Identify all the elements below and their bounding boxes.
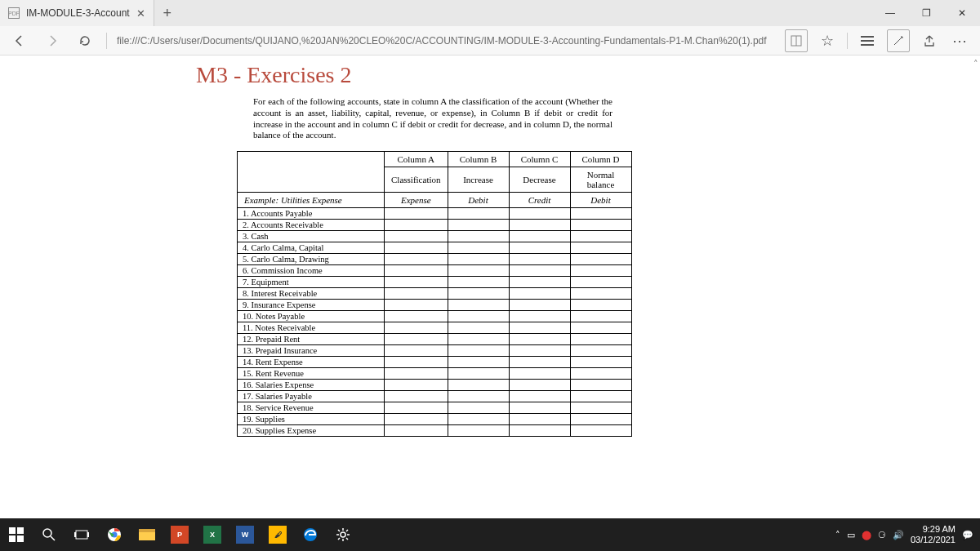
maximize-button[interactable]: ❐ — [908, 0, 944, 26]
blank-cell — [509, 265, 570, 277]
svg-rect-3 — [861, 40, 874, 42]
account-name: 3. Cash — [238, 231, 385, 242]
blank-cell — [570, 357, 631, 368]
blank-cell — [448, 277, 509, 288]
scroll-up-icon[interactable]: ˄ — [973, 59, 978, 69]
table-row: 10. Notes Payable — [238, 311, 632, 322]
reading-view-icon[interactable] — [785, 29, 808, 52]
blank-cell — [385, 380, 448, 391]
tab-title: IM-MODULE-3-Account — [26, 7, 130, 19]
example-label: Example: Utilities Expense — [238, 193, 385, 208]
file-explorer-icon[interactable] — [131, 518, 163, 551]
svg-rect-11 — [76, 531, 87, 539]
new-tab-button[interactable]: + — [154, 5, 180, 22]
blank-cell — [509, 322, 570, 334]
header-blank — [238, 152, 385, 193]
share-icon[interactable] — [918, 29, 941, 52]
blank-cell — [385, 345, 448, 357]
blank-cell — [509, 208, 570, 220]
excel-icon[interactable]: X — [196, 518, 229, 551]
table-row: 12. Prepaid Rent — [238, 334, 632, 345]
paint-icon[interactable]: 🖌 — [261, 518, 294, 551]
table-row: 16. Salaries Expense — [238, 380, 632, 391]
tray-chevron-icon[interactable]: ˄ — [835, 530, 840, 540]
account-name: 9. Insurance Expense — [238, 300, 385, 311]
account-name: 12. Prepaid Rent — [238, 334, 385, 345]
table-row: 3. Cash — [238, 231, 632, 242]
wifi-icon[interactable]: ⚆ — [878, 530, 886, 540]
blank-cell — [448, 254, 509, 265]
subheader-classification: Classification — [385, 167, 448, 193]
address-bar[interactable]: file:///C:/Users/user/Documents/QUIJANO,… — [117, 35, 775, 47]
blank-cell — [448, 322, 509, 334]
window-close-button[interactable]: ✕ — [944, 0, 980, 26]
blank-cell — [385, 254, 448, 265]
battery-icon[interactable]: ▭ — [847, 530, 855, 540]
pdf-viewport[interactable]: ˄ M3 - Exercises 2 For each of the follo… — [0, 56, 980, 518]
favorite-icon[interactable]: ☆ — [816, 29, 839, 52]
svg-rect-8 — [17, 535, 24, 542]
blank-cell — [509, 242, 570, 254]
notifications-icon[interactable]: 💬 — [962, 530, 973, 540]
table-row: 4. Carlo Calma, Capital — [238, 242, 632, 254]
page-heading: M3 - Exercises 2 — [196, 62, 800, 88]
reading-list-icon[interactable] — [856, 29, 879, 52]
taskbar: P X W 🖌 ˄ ▭ ⬤ ⚆ 🔊 9:29 AM 03/12/2021 💬 — [0, 518, 980, 551]
blank-cell — [570, 288, 631, 300]
blank-cell — [570, 334, 631, 345]
svg-rect-6 — [17, 527, 24, 534]
svg-rect-4 — [861, 44, 874, 46]
svg-point-17 — [341, 532, 345, 537]
account-name: 2. Accounts Receivable — [238, 220, 385, 231]
blank-cell — [570, 311, 631, 322]
account-name: 4. Carlo Calma, Capital — [238, 242, 385, 254]
table-row: 1. Accounts Payable — [238, 208, 632, 220]
chrome-icon[interactable] — [98, 518, 131, 551]
account-name: 13. Prepaid Insurance — [238, 345, 385, 357]
tab-close-icon[interactable]: ✕ — [136, 7, 145, 20]
account-name: 8. Interest Receivable — [238, 288, 385, 300]
task-view-icon[interactable] — [65, 518, 98, 551]
account-name: 1. Accounts Payable — [238, 208, 385, 220]
notes-icon[interactable] — [887, 29, 910, 52]
powerpoint-icon[interactable]: P — [163, 518, 196, 551]
blank-cell — [570, 300, 631, 311]
security-icon[interactable]: ⬤ — [862, 530, 871, 540]
instructions-text: For each of the following accounts, stat… — [253, 96, 612, 141]
blank-cell — [509, 334, 570, 345]
clock[interactable]: 9:29 AM 03/12/2021 — [911, 524, 956, 544]
word-icon[interactable]: W — [229, 518, 261, 551]
svg-rect-12 — [74, 532, 76, 537]
blank-cell — [570, 402, 631, 414]
more-icon[interactable]: ⋯ — [949, 29, 972, 52]
edge-icon[interactable] — [294, 518, 327, 551]
blank-cell — [448, 311, 509, 322]
header-col-a: Column A — [385, 152, 448, 167]
blank-cell — [509, 231, 570, 242]
separator — [106, 33, 107, 49]
search-icon[interactable] — [33, 518, 65, 551]
start-button[interactable] — [0, 518, 33, 551]
blank-cell — [385, 242, 448, 254]
blank-cell — [385, 402, 448, 414]
table-row: 20. Supplies Expense — [238, 425, 632, 437]
table-row: 14. Rent Expense — [238, 357, 632, 368]
forward-button[interactable] — [41, 29, 64, 52]
blank-cell — [509, 288, 570, 300]
pdf-icon: PDF — [8, 7, 20, 19]
example-a: Expense — [385, 193, 448, 208]
blank-cell — [385, 300, 448, 311]
blank-cell — [448, 380, 509, 391]
minimize-button[interactable]: — — [872, 0, 908, 26]
settings-icon[interactable] — [327, 518, 359, 551]
titlebar: PDF IM-MODULE-3-Account ✕ + — ❐ ✕ — [0, 0, 980, 26]
subheader-normal: Normal balance — [570, 167, 631, 193]
table-row: 11. Notes Receivable — [238, 322, 632, 334]
volume-icon[interactable]: 🔊 — [893, 530, 904, 540]
blank-cell — [385, 368, 448, 380]
blank-cell — [509, 220, 570, 231]
browser-tab[interactable]: PDF IM-MODULE-3-Account ✕ — [0, 0, 154, 26]
refresh-button[interactable] — [74, 29, 96, 52]
back-button[interactable] — [8, 29, 31, 52]
blank-cell — [570, 414, 631, 425]
